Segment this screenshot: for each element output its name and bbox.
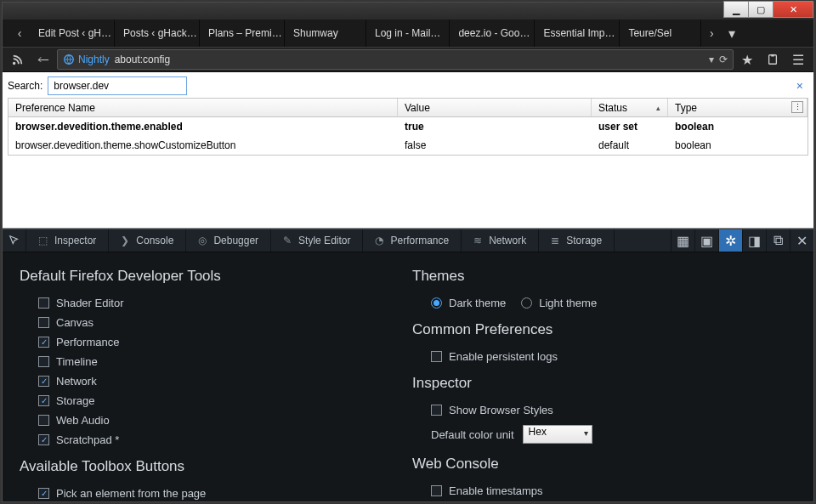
window-minimize-button[interactable]: ▁ [723, 1, 749, 18]
bookmark-star-icon[interactable]: ★ [735, 49, 759, 70]
option-label: Pick an element from the page [56, 487, 206, 500]
identity-label: Nightly [78, 54, 110, 65]
devtools-tab-style-editor[interactable]: ✎Style Editor [271, 229, 363, 252]
option-label: Shader Editor [56, 297, 124, 309]
section-title: Web Console [412, 456, 805, 473]
tab-label: deez.io - Goo… [458, 27, 530, 39]
col-pref[interactable]: Preference Name [8, 99, 398, 116]
browser-tab[interactable]: Posts ‹ gHack… [115, 20, 200, 47]
option-label: Network [56, 375, 97, 388]
devtools-close-icon[interactable]: ✕ [790, 229, 813, 252]
radio-icon [521, 297, 532, 309]
section-title: Default Firefox Developer Tools [20, 268, 412, 285]
dropmarker-icon[interactable]: ▾ [709, 54, 714, 65]
pref-table: Preference Name Value Status Type⋮ brows… [8, 98, 808, 156]
section-title: Inspector [412, 375, 805, 392]
toolbox-options-icon[interactable]: ✲ [718, 229, 742, 252]
tool-toggle-option[interactable]: Performance [20, 332, 412, 352]
window-titlebar: ▁ ▢ ✕ [3, 3, 813, 20]
responsive-design-icon[interactable]: ▦ [671, 229, 694, 252]
tab-label: Log in - Mail… [375, 27, 440, 39]
browser-tab[interactable]: Shumway [285, 20, 366, 47]
debugger-icon: ◎ [198, 235, 207, 246]
enable-timestamps-option[interactable]: Enable timestamps [412, 481, 805, 501]
devtools-tab-console[interactable]: ❯Console [109, 229, 186, 252]
devtools-tab-network[interactable]: ≋Network [462, 229, 539, 252]
browser-tab[interactable]: Edit Post ‹ gH… [30, 20, 115, 47]
tab-label: Plans – Premi… [208, 27, 282, 39]
cell-type: boolean [668, 119, 808, 134]
devtools-tab-inspector[interactable]: ⬚Inspector [26, 229, 109, 252]
tool-toggle-option[interactable]: Canvas [20, 313, 412, 332]
devtools-tab-storage[interactable]: ≣Storage [539, 229, 615, 252]
browser-tab[interactable]: Log in - Mail… [366, 20, 450, 47]
checkbox-icon [431, 351, 442, 362]
theme-light-option[interactable]: Light theme [521, 297, 597, 309]
url-text: about:config [115, 54, 704, 65]
theme-dark-option[interactable]: Dark theme [431, 297, 506, 309]
table-row[interactable]: browser.devedition.theme.enabled true us… [8, 117, 808, 136]
tool-toggle-option[interactable]: Storage [20, 391, 412, 411]
persistent-logs-option[interactable]: Enable persistent logs [412, 347, 805, 366]
hamburger-menu-icon[interactable]: ☰ [786, 49, 810, 70]
rss-icon[interactable] [6, 49, 30, 70]
dock-separate-icon[interactable]: ⧉ [766, 229, 790, 252]
color-unit-select[interactable]: Hex [523, 425, 592, 444]
window-close-button[interactable]: ✕ [773, 1, 813, 18]
browser-tab[interactable]: deez.io - Goo… [450, 20, 535, 47]
checkbox-icon [38, 337, 49, 348]
col-status[interactable]: Status [592, 99, 668, 116]
location-bar[interactable]: Nightly about:config ▾ ⟳ [57, 49, 734, 70]
section-title: Themes [412, 268, 805, 285]
cell-pref: browser.devedition.theme.showCustomizeBu… [8, 138, 398, 153]
option-label: Performance [56, 336, 119, 348]
console-icon: ❯ [121, 235, 129, 246]
dock-side-icon[interactable]: ◨ [742, 229, 766, 252]
window-maximize-button[interactable]: ▢ [748, 1, 774, 18]
reload-icon[interactable]: ⟳ [719, 54, 728, 65]
col-value[interactable]: Value [398, 99, 592, 116]
browser-tab[interactable]: Plans – Premi… [200, 20, 285, 47]
table-header: Preference Name Value Status Type⋮ [8, 99, 808, 117]
checkbox-icon [38, 434, 49, 445]
checkbox-icon [38, 297, 49, 309]
tool-toggle-option[interactable]: Shader Editor [20, 293, 412, 313]
tab-dropdown-button[interactable]: ▾ [722, 20, 742, 47]
tool-toggle-option[interactable]: Network [20, 371, 412, 391]
search-input[interactable] [48, 76, 187, 95]
column-picker-icon[interactable]: ⋮ [791, 101, 803, 113]
tool-toggle-option[interactable]: Web Audio [20, 411, 412, 430]
paintflash-icon[interactable]: ▣ [694, 229, 718, 252]
radio-icon [431, 297, 442, 309]
browser-tabstrip: ‹ Edit Post ‹ gH… Posts ‹ gHack… Plans –… [3, 20, 813, 47]
tab-scroll-left-button[interactable]: ‹ [9, 20, 30, 47]
tool-toggle-option[interactable]: Pick an element from the page [20, 484, 412, 501]
checkbox-icon [38, 376, 49, 387]
pick-element-icon[interactable] [3, 229, 26, 252]
tab-scroll-right-button[interactable]: › [701, 20, 722, 47]
checkbox-icon [38, 488, 49, 499]
tab-label: Edit Post ‹ gH… [38, 27, 111, 39]
table-row[interactable]: browser.devedition.theme.showCustomizeBu… [8, 136, 808, 155]
show-browser-styles-option[interactable]: Show Browser Styles [412, 400, 805, 420]
tool-toggle-option[interactable]: Timeline [20, 352, 412, 371]
col-type[interactable]: Type⋮ [668, 99, 808, 116]
option-label: Timeline [56, 355, 98, 368]
tab-label: Essential Imp… [543, 27, 615, 39]
checkbox-icon [38, 317, 49, 328]
identity-box[interactable]: Nightly [63, 54, 110, 65]
devtools-tab-performance[interactable]: ◔Performance [363, 229, 462, 252]
browser-tab[interactable]: Teure/Sel [620, 20, 701, 47]
browser-tab[interactable]: Essential Imp… [535, 20, 620, 47]
clipboard-icon[interactable] [761, 49, 785, 70]
checkbox-icon [38, 356, 49, 367]
option-label: Web Audio [56, 414, 110, 427]
devtools-tab-debugger[interactable]: ◎Debugger [186, 229, 271, 252]
section-title: Available Toolbox Buttons [20, 458, 412, 475]
browser-navbar: 🡐 Nightly about:config ▾ ⟳ ★ ☰ [3, 47, 813, 72]
devtools-options-panel: Default Firefox Developer Tools Shader E… [3, 252, 813, 501]
tool-toggle-option[interactable]: Scratchpad * [20, 430, 412, 450]
back-button[interactable]: 🡐 [31, 49, 55, 70]
checkbox-icon [38, 415, 49, 426]
clear-search-icon[interactable]: × [796, 79, 803, 93]
